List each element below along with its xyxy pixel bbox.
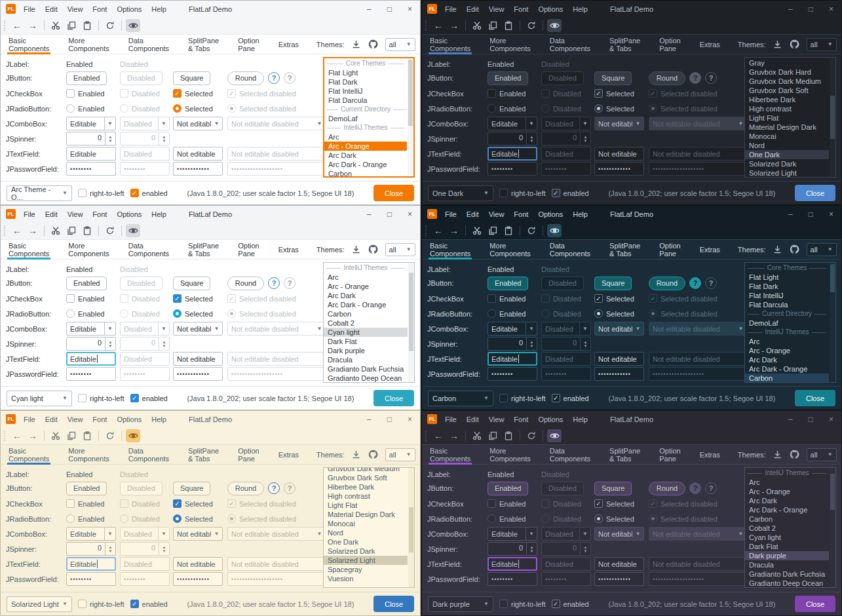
menu-font[interactable]: Font <box>514 210 528 218</box>
combobox-not-editable[interactable]: Not editable▼ <box>173 527 223 541</box>
minimize-button[interactable]: – <box>788 415 793 424</box>
theme-combobox[interactable]: Dark purple ▼ <box>428 596 493 612</box>
theme-list-item[interactable]: Arc - Orange <box>745 346 829 355</box>
theme-list-item-selected[interactable]: Dark purple <box>745 551 829 560</box>
minimize-button[interactable]: – <box>367 415 372 424</box>
forward-button[interactable]: → <box>26 429 40 442</box>
menu-file[interactable]: File <box>445 210 457 218</box>
radio-enabled[interactable]: Enabled <box>488 104 526 113</box>
tab-basic-components[interactable]: Basic Components <box>7 445 50 465</box>
menu-font[interactable]: Font <box>92 210 107 218</box>
square-button[interactable]: Square <box>594 277 632 290</box>
menu-edit[interactable]: Edit <box>467 5 479 13</box>
tab-extras[interactable]: Extras <box>698 240 721 260</box>
tab-option-pane[interactable]: Option Pane <box>237 240 260 260</box>
tab-extras[interactable]: Extras <box>277 240 300 260</box>
cut-icon[interactable] <box>470 19 484 32</box>
themes-list[interactable]: Gruvbox Dark MediumGruvbox Dark SoftHibe… <box>323 467 415 588</box>
menu-view[interactable]: View <box>489 210 505 218</box>
theme-list-item[interactable]: Solarized Dark <box>324 547 408 556</box>
theme-list-item[interactable]: Solarized Light <box>745 168 829 178</box>
themes-filter-combobox[interactable]: all ▼ <box>807 38 837 51</box>
theme-combobox[interactable]: Cyan light ▼ <box>7 391 72 406</box>
maximize-button[interactable]: □ <box>809 415 813 424</box>
menu-help[interactable]: Help <box>573 415 588 423</box>
forward-button[interactable]: → <box>447 19 461 32</box>
menu-font[interactable]: Font <box>92 415 107 423</box>
themes-filter-combobox[interactable]: all ▼ <box>807 243 837 256</box>
tab-splitpane-tabs[interactable]: SplitPane & Tabs <box>187 445 220 465</box>
theme-list-item[interactable]: Nord <box>324 528 408 537</box>
theme-list-item[interactable]: Arc Dark <box>324 151 407 160</box>
theme-list-item[interactable]: Arc <box>745 478 829 487</box>
menu-file[interactable]: File <box>24 415 35 423</box>
square-button[interactable]: Square <box>173 482 210 495</box>
checkbox-enabled[interactable]: Enabled <box>66 499 104 508</box>
combobox-not-editable[interactable]: Not editable▼ <box>594 322 644 336</box>
passwordfield-editable[interactable]: •••••••• <box>488 367 537 381</box>
toolbar-grip[interactable] <box>425 225 427 236</box>
paste-icon[interactable] <box>501 429 516 442</box>
github-icon[interactable] <box>790 450 800 460</box>
spinner-arrows-icon[interactable] <box>105 132 115 145</box>
themes-list[interactable]: GrayGruvbox Dark HardGruvbox Dark Medium… <box>744 57 836 178</box>
theme-list-item[interactable]: Dark Flat <box>324 337 408 346</box>
theme-list-item[interactable]: Gradianto Dark Fuchsia <box>324 364 408 374</box>
theme-list-item[interactable]: Gruvbox Dark Medium <box>745 77 829 86</box>
theme-combobox[interactable]: Solarized Light ▼ <box>7 596 72 612</box>
checkbox-selected[interactable]: Selected <box>594 499 634 508</box>
theme-list-item[interactable]: Material Design Dark <box>745 123 829 132</box>
tab-more-components[interactable]: More Components <box>488 35 531 54</box>
combobox-editable[interactable]: Editable▼ <box>488 322 537 336</box>
toolbar-grip[interactable] <box>425 431 427 441</box>
help-button-primary[interactable]: ? <box>268 482 280 494</box>
theme-list-item[interactable]: Gruvbox Dark Soft <box>324 473 408 482</box>
help-button-secondary[interactable]: ? <box>284 277 296 289</box>
tab-extras[interactable]: Extras <box>698 445 721 465</box>
menu-view[interactable]: View <box>67 5 83 13</box>
download-icon[interactable] <box>773 244 783 255</box>
square-button[interactable]: Square <box>173 71 210 85</box>
menu-view[interactable]: View <box>67 210 83 218</box>
theme-list-item[interactable]: High contrast <box>324 491 408 501</box>
help-button-secondary[interactable]: ? <box>284 482 296 494</box>
help-button-secondary[interactable]: ? <box>705 482 717 494</box>
passwordfield-editable[interactable]: •••••••• <box>66 572 116 586</box>
spinner-arrows-icon[interactable] <box>526 132 537 145</box>
theme-list-item[interactable]: Carbon <box>324 309 408 318</box>
round-button[interactable]: Round <box>649 71 685 85</box>
maximize-button[interactable]: □ <box>387 415 392 424</box>
theme-list-item[interactable]: Arc <box>745 337 829 346</box>
tab-basic-components[interactable]: Basic Components <box>7 240 50 260</box>
enabled-checkbox[interactable]: enabled <box>130 600 168 608</box>
menu-file[interactable]: File <box>445 415 457 423</box>
checkbox-selected[interactable]: Selected <box>173 294 213 303</box>
spinner-enabled[interactable]: 0 <box>488 132 537 145</box>
toolbar-grip[interactable] <box>4 225 6 236</box>
paste-icon[interactable] <box>80 19 94 32</box>
radio-enabled[interactable]: Enabled <box>488 514 526 523</box>
theme-list-item[interactable]: Gruvbox Dark Medium <box>324 467 408 473</box>
theme-combobox[interactable]: Carbon ▼ <box>428 391 493 406</box>
tab-extras[interactable]: Extras <box>277 35 300 54</box>
passwordfield-editable[interactable]: •••••••• <box>488 162 537 176</box>
spinner-arrows-icon[interactable] <box>105 337 115 350</box>
scrollbar-thumb[interactable] <box>408 60 413 126</box>
menu-options[interactable]: Options <box>538 415 563 423</box>
theme-list-item-selected[interactable]: Arc - Orange <box>324 142 407 151</box>
theme-list-item[interactable]: Arc Dark <box>745 496 829 505</box>
copy-icon[interactable] <box>486 429 500 442</box>
minimize-button[interactable]: – <box>788 210 793 219</box>
toolbar-grip[interactable] <box>425 20 427 31</box>
github-icon[interactable] <box>368 39 379 50</box>
enabled-button[interactable]: Enabled <box>66 71 107 85</box>
combobox-not-editable[interactable]: Not editable▼ <box>594 527 644 541</box>
radio-enabled[interactable]: Enabled <box>66 104 104 113</box>
theme-list-item[interactable]: Gruvbox Dark Soft <box>745 86 829 95</box>
menu-font[interactable]: Font <box>514 415 528 423</box>
window-close-button[interactable]: × <box>829 5 833 14</box>
menu-font[interactable]: Font <box>92 5 107 13</box>
tab-basic-components[interactable]: Basic Components <box>7 35 50 54</box>
paste-icon[interactable] <box>501 224 516 237</box>
right-to-left-checkbox[interactable]: right-to-left <box>499 600 546 608</box>
